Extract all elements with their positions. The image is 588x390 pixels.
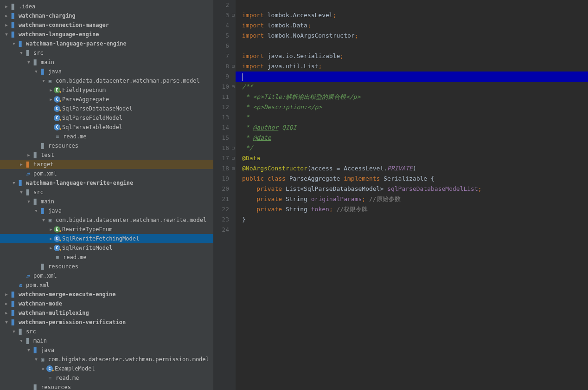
code-line[interactable]: } xyxy=(242,214,588,225)
line-number[interactable]: 6 xyxy=(213,41,229,51)
chevron-right-icon[interactable]: ▶ xyxy=(4,23,9,27)
tree-item-sqlparsetablemodel[interactable]: CSqlParseTableModel xyxy=(0,123,213,132)
chevron-down-icon[interactable]: ▼ xyxy=(41,78,46,83)
code-line[interactable] xyxy=(242,225,588,235)
tree-item-watchman-merge-execute-engine[interactable]: ▶▉watchman-merge-execute-engine xyxy=(0,290,213,299)
chevron-down-icon[interactable]: ▼ xyxy=(11,329,17,334)
tree-item-sqlparsefieldmodel[interactable]: CSqlParseFieldModel xyxy=(0,113,213,123)
tree-item-src[interactable]: ▼▉src xyxy=(0,48,213,58)
tree-item-resources[interactable]: ▉resources xyxy=(0,141,213,150)
tree-item-fieldtypeenum[interactable]: ▶EFieldTypeEnum xyxy=(0,85,213,95)
code-line[interactable]: */ xyxy=(242,143,588,153)
chevron-right-icon[interactable]: ▶ xyxy=(4,301,9,306)
line-number[interactable]: 8⊟ xyxy=(213,61,229,72)
tree-item-main[interactable]: ▼▉main xyxy=(0,336,213,345)
line-number[interactable]: 13 xyxy=(213,112,229,123)
tree-item-main[interactable]: ▼▉main xyxy=(0,58,213,67)
line-number[interactable]: 22 xyxy=(213,204,229,214)
tree-item-main[interactable]: ▼▉main xyxy=(0,197,213,206)
tree-item-sqlrewritemodel[interactable]: ▶CSqlRewriteModel xyxy=(0,243,213,253)
tree-item-java[interactable]: ▼▉java xyxy=(0,345,213,355)
code-line[interactable] xyxy=(242,0,588,10)
tree-item-sqlrewritefetchingmodel[interactable]: ▶CSqlRewriteFetchingModel xyxy=(0,234,213,243)
tree-item-src[interactable]: ▼▉src xyxy=(0,188,213,197)
line-number[interactable]: 24 xyxy=(213,225,229,235)
tree-item-watchman-multiplexing[interactable]: ▶▉watchman-multiplexing xyxy=(0,308,213,318)
chevron-down-icon[interactable]: ▼ xyxy=(11,181,17,185)
chevron-down-icon[interactable]: ▼ xyxy=(11,41,17,46)
code-line[interactable]: * @author QIQI xyxy=(242,123,588,133)
line-number[interactable]: 3⊟ xyxy=(213,10,229,20)
chevron-right-icon[interactable]: ▶ xyxy=(48,236,54,241)
chevron-down-icon[interactable]: ▼ xyxy=(19,338,24,343)
line-number[interactable]: 10⊟ xyxy=(213,82,229,92)
tree-item-com-bigdata-datacenter-watchman-parse-model[interactable]: ▼▣com.bigdata.datacenter.watchman.parse.… xyxy=(0,76,213,85)
line-number[interactable]: 15 xyxy=(213,133,229,143)
tree-item--idea[interactable]: ▶▉.idea xyxy=(0,2,213,11)
line-number[interactable]: 19 xyxy=(213,174,229,184)
tree-item-watchman-language-engine[interactable]: ▼▉watchman-language-engine xyxy=(0,30,213,39)
code-line[interactable]: /** xyxy=(242,82,588,92)
tree-item-read-me[interactable]: ≡read.me xyxy=(0,253,213,262)
fold-toggle-icon[interactable]: ⊟ xyxy=(232,163,235,174)
chevron-right-icon[interactable]: ▶ xyxy=(48,88,54,92)
fold-toggle-icon[interactable]: ⊟ xyxy=(232,153,235,163)
chevron-down-icon[interactable]: ▼ xyxy=(4,320,9,325)
line-number[interactable]: 4 xyxy=(213,20,229,31)
fold-toggle-icon[interactable]: ⊟ xyxy=(232,82,235,92)
chevron-down-icon[interactable]: ▼ xyxy=(33,69,39,74)
line-number[interactable]: 23 xyxy=(213,214,229,225)
tree-item-examplemodel[interactable]: ▶CExampleModel xyxy=(0,364,213,373)
code-line[interactable]: private String originalParams; //原始参数 xyxy=(242,194,588,204)
tree-item-watchman-language-rewrite-engine[interactable]: ▼▉watchman-language-rewrite-engine xyxy=(0,178,213,188)
chevron-right-icon[interactable]: ▶ xyxy=(19,162,24,167)
chevron-down-icon[interactable]: ▼ xyxy=(19,51,24,55)
tree-item-resources[interactable]: ▉resources xyxy=(0,262,213,271)
tree-item-pom-xml[interactable]: mpom.xml xyxy=(0,169,213,178)
code-line[interactable]: @Data xyxy=(242,153,588,163)
fold-toggle-icon[interactable]: ⊟ xyxy=(232,61,235,72)
tree-item-watchman-permission-verification[interactable]: ▼▉watchman-permission-verification xyxy=(0,318,213,327)
code-line[interactable]: * @date xyxy=(242,133,588,143)
chevron-right-icon[interactable]: ▶ xyxy=(48,246,54,250)
tree-item-read-me[interactable]: ≡read.me xyxy=(0,132,213,141)
line-number[interactable]: 14 xyxy=(213,123,229,133)
code-area[interactable]: import lombok.AccessLevel;import lombok.… xyxy=(236,0,588,390)
tree-item-test[interactable]: ▶▉test xyxy=(0,150,213,160)
line-number[interactable]: 16⊟ xyxy=(213,143,229,153)
chevron-right-icon[interactable]: ▶ xyxy=(4,292,9,297)
chevron-down-icon[interactable]: ▼ xyxy=(33,208,39,213)
tree-item-pom-xml[interactable]: mpom.xml xyxy=(0,271,213,280)
tree-item-rewritetypeenum[interactable]: ▶ERewriteTypeEnum xyxy=(0,225,213,234)
tree-item-read-me[interactable]: ≡read.me xyxy=(0,373,213,383)
chevron-down-icon[interactable]: ▼ xyxy=(19,190,24,195)
code-line[interactable]: import lombok.NoArgsConstructor; xyxy=(242,31,588,41)
chevron-right-icon[interactable]: ▶ xyxy=(4,4,9,9)
line-number[interactable]: 17⊟ xyxy=(213,153,229,163)
code-line[interactable] xyxy=(236,72,588,82)
chevron-down-icon[interactable]: ▼ xyxy=(33,357,39,362)
fold-toggle-icon[interactable]: ⊟ xyxy=(232,143,235,153)
line-number[interactable]: 20 xyxy=(213,184,229,194)
chevron-down-icon[interactable]: ▼ xyxy=(26,348,32,352)
tree-item-watchman-language-parse-engine[interactable]: ▼▉watchman-language-parse-engine xyxy=(0,39,213,48)
code-line[interactable]: * <p>Description:</p> xyxy=(242,102,588,112)
chevron-down-icon[interactable]: ▼ xyxy=(41,218,46,222)
code-line[interactable]: * xyxy=(242,112,588,123)
tree-item-watchman-charging[interactable]: ▶▉watchman-charging xyxy=(0,11,213,20)
line-number[interactable]: 7 xyxy=(213,51,229,61)
code-editor[interactable]: 23⊟45678⊟910⊟111213141516⊟17⊟18⊟19202122… xyxy=(213,0,588,390)
line-number[interactable]: 9 xyxy=(213,72,229,82)
tree-item-java[interactable]: ▼▉java xyxy=(0,67,213,76)
fold-toggle-icon[interactable]: ⊟ xyxy=(232,10,235,20)
code-line[interactable]: import lombok.AccessLevel; xyxy=(242,10,588,20)
line-number[interactable]: 11 xyxy=(213,92,229,102)
chevron-down-icon[interactable]: ▼ xyxy=(4,32,9,37)
project-tree-panel[interactable]: ▶▉.idea▶▉watchman-charging▶▉watchman-con… xyxy=(0,0,213,390)
tree-item-java[interactable]: ▼▉java xyxy=(0,206,213,215)
code-line[interactable]: @NoArgsConstructor(access = AccessLevel.… xyxy=(242,163,588,174)
chevron-right-icon[interactable]: ▶ xyxy=(4,13,9,18)
tree-item-com-bigdata-datacenter-watchman-rewrite-model[interactable]: ▼▣com.bigdata.datacenter.watchman.rewrit… xyxy=(0,215,213,225)
line-number[interactable]: 12 xyxy=(213,102,229,112)
chevron-right-icon[interactable]: ▶ xyxy=(4,311,9,315)
